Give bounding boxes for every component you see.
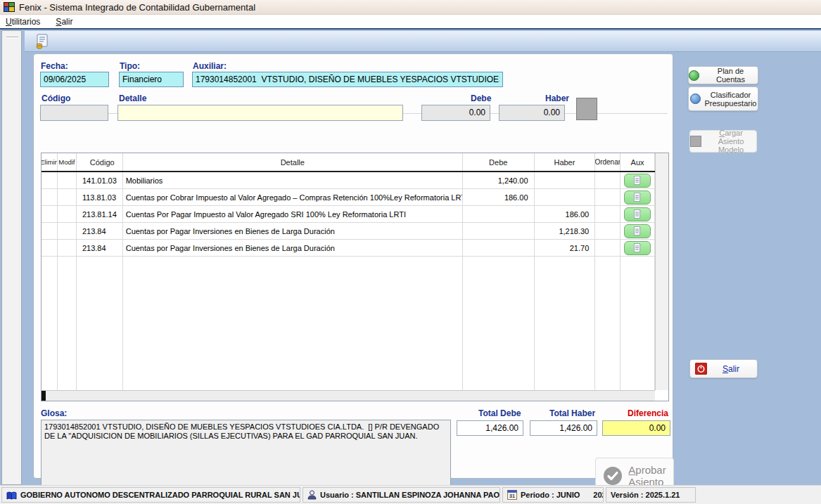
title-bar: Fenix - Sistema Integrado de Contabilida… [0, 0, 821, 15]
horizontal-scrollbar[interactable] [42, 390, 655, 401]
cell-modif[interactable] [58, 189, 77, 205]
cargar-asiento-label: Cargar AsientoModelo [706, 129, 756, 154]
cell-debe [463, 240, 535, 256]
cell-elimin[interactable] [42, 240, 58, 256]
empty-col [58, 257, 77, 390]
table-body: 141.01.03 Mobiliarios 1,240.00 113.81.03… [42, 172, 655, 257]
cell-debe: 1,240.00 [463, 172, 535, 188]
vertical-scrollbar[interactable] [655, 153, 668, 390]
status-version-text: Versión : 2025.1.21 [611, 491, 680, 499]
cell-detalle: Cuentas por Pagar Inversiones en Bienes … [123, 240, 463, 256]
main-area: Fecha: Tipo: Auxiliar: Código Detalle De… [0, 30, 821, 485]
cell-aux [620, 172, 655, 188]
header-codigo: Código [77, 153, 123, 171]
debe-display[interactable]: 0.00 [421, 105, 490, 121]
table-row[interactable]: 141.01.03 Mobiliarios 1,240.00 [42, 172, 655, 189]
salir-button[interactable]: Salir [689, 359, 758, 378]
detalle-label: Detalle [119, 93, 146, 103]
status-user: Usuario : SANTILLAN ESPINOZA JOHANNA PAO… [303, 487, 500, 503]
auxiliar-input[interactable] [192, 72, 503, 87]
status-period-year: 2025 [593, 491, 604, 499]
status-version: Versión : 2025.1.21 [606, 487, 696, 503]
clasificador-presupuestario-button[interactable]: ClasificadorPresupuestario [688, 86, 758, 111]
cell-elimin[interactable] [42, 189, 58, 205]
status-period: 31 Periodo : JUNIO 2025 [502, 487, 604, 503]
fecha-label: Fecha: [41, 61, 68, 71]
cell-ordenar [595, 172, 620, 188]
empty-col [42, 257, 58, 390]
entry-form-panel: Fecha: Tipo: Auxiliar: Código Detalle De… [33, 53, 673, 479]
cell-elimin[interactable] [42, 206, 58, 222]
window-title: Fenix - Sistema Integrado de Contabilida… [19, 2, 255, 13]
blue-sphere-icon [690, 93, 701, 104]
table-row[interactable]: 113.81.03 Cuentas por Cobrar Impuesto al… [42, 189, 655, 206]
header-debe: Debe [463, 153, 535, 171]
header-elimin: Elimin [42, 153, 58, 171]
cell-aux [620, 206, 655, 222]
aux-button[interactable] [624, 174, 651, 188]
haber-label: Haber [545, 93, 569, 103]
empty-col [535, 257, 596, 390]
cell-codigo: 213.84 [77, 240, 123, 256]
cell-ordenar [595, 189, 620, 205]
detalle-input[interactable] [117, 105, 403, 121]
salir-label: Salir [723, 364, 739, 374]
cell-ordenar [595, 206, 620, 222]
table-row[interactable]: 213.81.14 Cuentas Por Pagar Impuesto al … [42, 206, 655, 223]
plan-de-cuentas-button[interactable]: Plan de Cuentas [688, 66, 758, 84]
aux-button[interactable] [624, 224, 651, 238]
aux-button[interactable] [624, 207, 651, 221]
table-empty-area [42, 257, 655, 390]
aprobar-label: AprobarAsiento [628, 464, 666, 488]
glosa-textarea[interactable]: 1793014852001 VTSTUDIO, DISEÑO DE MUEBLE… [41, 420, 451, 496]
total-debe-label: Total Debe [478, 408, 521, 418]
left-collapsed-panel[interactable] [1, 30, 22, 485]
scrollbar-thumb[interactable] [42, 391, 46, 401]
cell-modif[interactable] [58, 223, 77, 239]
journal-entry-icon[interactable] [34, 34, 50, 49]
cell-elimin[interactable] [42, 172, 58, 188]
table-grid: Elimin Modif Código Detalle Debe Haber O… [42, 153, 655, 390]
empty-col [595, 257, 620, 390]
cell-debe [463, 206, 535, 222]
cell-modif[interactable] [58, 206, 77, 222]
empty-col [463, 257, 535, 390]
header-modif: Modif [58, 153, 77, 171]
header-detalle: Detalle [123, 153, 463, 171]
menu-item-salir[interactable]: Salir [56, 17, 72, 27]
haber-display[interactable]: 0.00 [499, 105, 565, 121]
cell-modif[interactable] [58, 240, 77, 256]
cell-haber [535, 189, 596, 205]
status-user-text: Usuario : SANTILLAN ESPINOZA JOHANNA PAO… [320, 491, 500, 499]
green-sphere-icon [689, 70, 699, 81]
aux-button[interactable] [624, 190, 651, 205]
calendar-icon: 31 [507, 490, 517, 500]
diferencia-value: 0.00 [602, 420, 670, 436]
aux-button[interactable] [624, 241, 651, 255]
tipo-input[interactable] [119, 72, 184, 87]
panel-grip[interactable] [6, 37, 18, 39]
svg-text:31: 31 [509, 493, 515, 498]
cell-elimin[interactable] [42, 223, 58, 239]
cell-detalle: Mobiliarios [123, 172, 463, 188]
empty-col [77, 257, 123, 390]
codigo-input[interactable] [40, 105, 108, 121]
menu-item-utilitarios[interactable]: Utilitarios [6, 17, 40, 27]
table-header-row: Elimin Modif Código Detalle Debe Haber O… [42, 153, 655, 172]
cell-aux [620, 189, 655, 205]
cell-aux [620, 223, 655, 239]
fecha-input[interactable] [40, 72, 109, 87]
cell-modif[interactable] [58, 172, 77, 188]
cargar-asiento-modelo-button[interactable]: Cargar AsientoModelo [689, 130, 757, 153]
header-aux: Aux [620, 153, 655, 171]
cell-haber: 1,218.30 [535, 223, 596, 239]
empty-col [620, 257, 655, 390]
table-row[interactable]: 213.84 Cuentas por Pagar Inversiones en … [42, 223, 655, 240]
table-row[interactable]: 213.84 Cuentas por Pagar Inversiones en … [42, 240, 655, 257]
plan-de-cuentas-label: Plan de Cuentas [704, 67, 758, 84]
add-entry-button[interactable] [576, 98, 597, 120]
total-haber-value: 1,426.00 [530, 420, 597, 436]
codigo-label: Código [42, 93, 70, 103]
cell-haber: 21.70 [535, 240, 596, 256]
auxiliar-label: Auxiliar: [193, 61, 227, 71]
